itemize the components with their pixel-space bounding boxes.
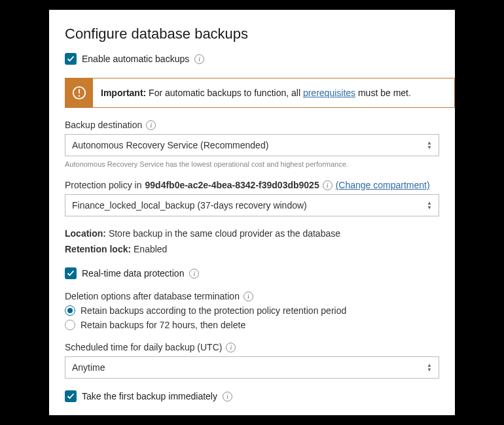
schedule-label: Scheduled time for daily backup (UTC) i bbox=[65, 342, 439, 352]
policy-section: Protection policy in 99d4fb0e-ac2e-4bea-… bbox=[65, 180, 455, 216]
configure-backups-panel: Configure database backups Enable automa… bbox=[49, 10, 455, 415]
backup-dest-section: Backup destination i Autonomous Recovery… bbox=[65, 120, 455, 168]
info-icon[interactable]: i bbox=[223, 392, 232, 401]
prerequisites-link[interactable]: prerequisites bbox=[303, 88, 355, 98]
alert-text: Important: For automatic backups to func… bbox=[93, 78, 419, 107]
backup-dest-select[interactable]: Autonomous Recovery Service (Recommended… bbox=[65, 134, 439, 156]
info-icon[interactable]: i bbox=[189, 269, 199, 279]
info-icon[interactable]: i bbox=[323, 180, 333, 190]
chevron-updown-icon: ▲▼ bbox=[427, 364, 432, 372]
check-icon bbox=[67, 392, 75, 400]
info-icon[interactable]: i bbox=[194, 54, 204, 64]
first-backup-label: Take the first backup immediately bbox=[82, 391, 217, 401]
deletion-radio-retain-72h[interactable] bbox=[65, 320, 75, 330]
info-icon[interactable]: i bbox=[226, 343, 236, 352]
realtime-label: Real-time data protection bbox=[82, 268, 184, 279]
exclamation-icon bbox=[72, 86, 86, 100]
enable-auto-row: Enable automatic backups i bbox=[65, 53, 455, 65]
backup-dest-label: Backup destination i bbox=[65, 120, 439, 130]
deletion-label: Deletion options after database terminat… bbox=[65, 291, 439, 301]
enable-auto-label: Enable automatic backups bbox=[82, 54, 189, 64]
first-backup-row: Take the first backup immediately i bbox=[65, 390, 455, 402]
realtime-row: Real-time data protection i bbox=[65, 267, 455, 279]
schedule-section: Scheduled time for daily backup (UTC) i … bbox=[65, 342, 455, 379]
policy-label: Protection policy in 99d4fb0e-ac2e-4bea-… bbox=[65, 180, 439, 190]
schedule-select[interactable]: Anytime ▲▼ bbox=[65, 356, 439, 379]
info-icon[interactable]: i bbox=[146, 120, 156, 130]
deletion-section: Deletion options after database terminat… bbox=[65, 291, 455, 330]
deletion-opt2-label: Retain backups for 72 hours, then delete bbox=[81, 320, 245, 330]
chevron-updown-icon: ▲▼ bbox=[427, 201, 432, 210]
policy-select[interactable]: Finance_locked_local_backup (37-days rec… bbox=[65, 194, 439, 216]
info-icon[interactable]: i bbox=[243, 292, 253, 301]
deletion-radio-group: Retain backups according to the protecti… bbox=[65, 305, 439, 330]
alert-icon-box bbox=[65, 78, 93, 107]
check-icon bbox=[67, 55, 75, 63]
important-alert: Important: For automatic backups to func… bbox=[65, 78, 455, 108]
enable-auto-checkbox[interactable] bbox=[65, 53, 77, 65]
check-icon bbox=[67, 269, 75, 277]
page-title: Configure database backups bbox=[65, 26, 455, 42]
deletion-opt1-label: Retain backups according to the protecti… bbox=[81, 305, 346, 316]
deletion-radio-retain-policy[interactable] bbox=[65, 305, 75, 316]
change-compartment-link[interactable]: (Change compartment) bbox=[336, 180, 430, 190]
svg-point-2 bbox=[79, 95, 80, 96]
retention-text: Retention lock: Enabled bbox=[65, 244, 455, 254]
first-backup-checkbox[interactable] bbox=[65, 390, 77, 402]
chevron-updown-icon: ▲▼ bbox=[427, 141, 432, 150]
realtime-checkbox[interactable] bbox=[65, 267, 77, 279]
location-text: Location: Store backup in the same cloud… bbox=[65, 228, 455, 239]
backup-dest-hint: Autonomous Recovery Service has the lowe… bbox=[65, 160, 439, 168]
